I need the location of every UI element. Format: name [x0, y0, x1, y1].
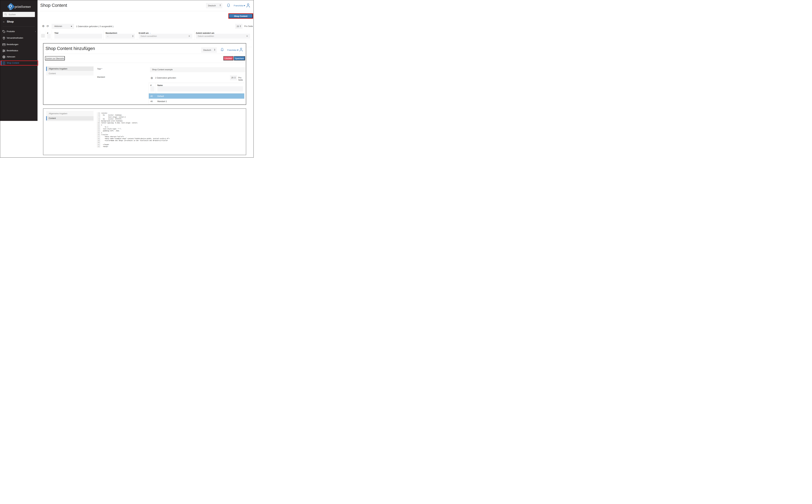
dropdown-caret-icon: [71, 26, 72, 27]
sidebar-item-produkte[interactable]: Produkte ‹: [0, 29, 37, 35]
tab-allgemeine-angaben[interactable]: Allgemeine Angaben: [46, 67, 93, 71]
dialog-divider: [43, 63, 246, 63]
results-count: 2 Datensätze gefunden: [155, 77, 176, 79]
table-row-selected[interactable]: 40 Default: [149, 93, 244, 99]
per-page-label: Pro Seite: [238, 77, 246, 81]
delete-button[interactable]: Löschen: [223, 56, 234, 60]
app-window: printformer Suchen ←Shop Produkte ‹ Vers…: [0, 0, 254, 158]
clear-icon[interactable]: ✕: [188, 35, 190, 37]
mandant-table: # Name 40 Default 46 Mandant 1: [148, 83, 245, 104]
row-divider: [40, 40, 252, 40]
col-header-id[interactable]: #: [150, 84, 151, 86]
sidebar-item-adressen[interactable]: Adressen: [0, 54, 37, 60]
save-button[interactable]: Speichern: [234, 56, 245, 60]
back-to-shop[interactable]: ←Shop: [2, 20, 14, 23]
active-tab-bar: [46, 116, 47, 120]
table-row[interactable]: 46 Mandant 1: [149, 99, 244, 104]
titel-input[interactable]: Shop Content example: [150, 67, 246, 72]
active-tab-bar: [46, 67, 47, 71]
search-placeholder: Suchen: [9, 13, 16, 16]
filter-mandant-select[interactable]: -: [105, 34, 135, 39]
select-arrows-icon: [240, 25, 241, 27]
language-select[interactable]: Deutsch: [201, 47, 217, 53]
filter-modified-date-input[interactable]: Datum auswählen ✕: [196, 34, 250, 39]
titel-label: Titel *: [97, 68, 102, 70]
user-name[interactable]: Franziska: [234, 4, 243, 7]
per-page-label: Pro Seite: [244, 25, 253, 27]
logo-fold: [9, 9, 11, 10]
settings-gear-icon[interactable]: ⚙: [150, 76, 153, 80]
clear-icon[interactable]: ✕: [246, 35, 248, 37]
brand-logo[interactable]: printformer: [0, 2, 37, 11]
user-menu-caret-icon[interactable]: [244, 5, 245, 6]
code-editor[interactable]: 5<style> 6 h1 {color: #1254a2; 7 text-al…: [97, 112, 169, 148]
tab-allgemeine-angaben[interactable]: Allgemeine Angaben: [46, 111, 93, 116]
dialog-divider: [43, 54, 246, 54]
select-arrows-icon: [235, 77, 236, 79]
sidebar-item-bestellstatus[interactable]: Bestellstatus: [0, 48, 37, 54]
back-to-overview-button[interactable]: Zurück zur Übersicht: [45, 56, 65, 60]
select-arrows-icon: [132, 35, 133, 37]
select-all-checkbox[interactable]: [41, 34, 45, 38]
header-divider: [40, 11, 254, 11]
dialog-tabs: Allgemeine Angaben Content: [46, 66, 93, 75]
col-divider: [46, 30, 46, 40]
content-editor-panel: Allgemeine Angaben Content 5<style> 6 h1…: [43, 108, 246, 155]
user-menu-caret-icon[interactable]: [237, 50, 239, 51]
page-size-select[interactable]: 25: [235, 24, 243, 29]
filter-id-input[interactable]: [150, 86, 154, 92]
page-size-select[interactable]: 25: [230, 75, 237, 80]
dialog-title: Shop Content hinzufügen: [45, 46, 95, 51]
search-input[interactable]: Suchen: [3, 12, 35, 17]
filter-id-input[interactable]: [47, 34, 51, 39]
user-name[interactable]: Franziska: [227, 49, 236, 51]
highlight-frame-sidebar: [0, 61, 38, 66]
filter-created-date-input[interactable]: Datum auswählen ✕: [139, 34, 192, 39]
language-select[interactable]: Deutsch: [206, 3, 222, 8]
actions-select[interactable]: Aktionen: [52, 24, 74, 29]
results-count: 1 Datensätze gefunden ( 0 ausgewählt ): [76, 25, 113, 28]
user-avatar-icon[interactable]: [246, 3, 251, 8]
select-arrows-icon: [220, 4, 221, 6]
globe-icon: [2, 55, 6, 59]
tab-content[interactable]: Content: [46, 116, 93, 120]
dialog-tabs: Allgemeine Angaben Content: [46, 111, 93, 121]
mandant-label: Mandant: [97, 76, 105, 78]
tag-icon: [2, 30, 6, 33]
highlight-frame-add-button: [228, 13, 253, 19]
collapse-chevron-icon[interactable]: ‹: [35, 30, 36, 33]
page-title: Shop Content: [40, 3, 67, 8]
refresh-icon[interactable]: ⟳: [47, 25, 49, 28]
search-icon: [4, 13, 7, 16]
code-line-16: </style>: [100, 134, 108, 136]
sidebar-item-versandmethoden[interactable]: Versandmethoden: [0, 35, 37, 41]
user-avatar-icon[interactable]: [239, 47, 243, 52]
select-arrows-icon: [214, 49, 215, 51]
sidebar-divider: [3, 26, 35, 27]
settings-gear-icon[interactable]: ⚙: [42, 25, 44, 28]
notifications-bell-icon[interactable]: [227, 3, 231, 8]
notifications-bell-icon[interactable]: [221, 48, 224, 52]
brand-name: printformer: [15, 5, 31, 9]
card-icon: [2, 43, 6, 46]
sliders-icon: [2, 49, 6, 53]
filter-name-input[interactable]: [157, 86, 243, 92]
col-divider: [194, 30, 194, 40]
filter-titel-input[interactable]: [54, 34, 102, 39]
add-shop-content-dialog: Shop Content hinzufügen Deutsch Franzisk…: [43, 43, 246, 105]
sidebar-item-bestellungen[interactable]: Bestellungen: [0, 42, 37, 48]
tab-content[interactable]: Content: [46, 71, 93, 76]
col-header-name[interactable]: Name: [157, 84, 163, 86]
back-arrow-icon: ←: [2, 20, 5, 23]
map-pin-icon: [2, 36, 6, 40]
